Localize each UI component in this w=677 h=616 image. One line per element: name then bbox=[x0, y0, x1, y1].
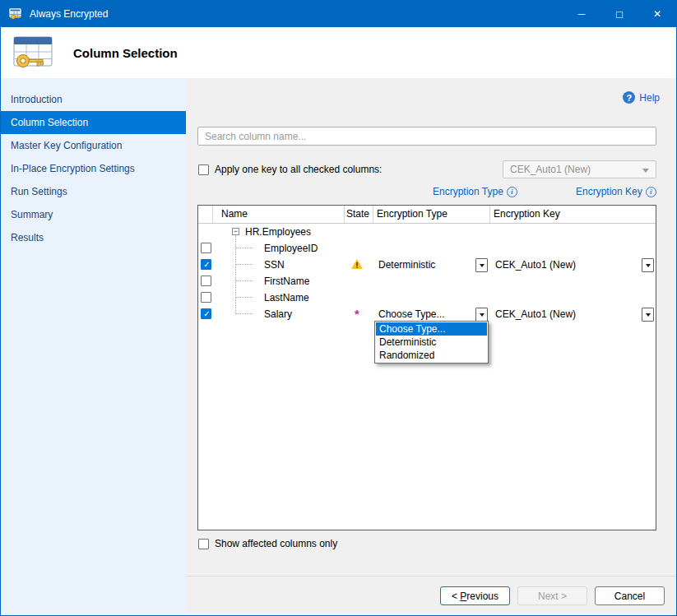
table-row: EmployeeID bbox=[198, 240, 656, 257]
dropdown-item-choose-type[interactable]: Choose Type... bbox=[376, 322, 487, 336]
encryption-type-dropdown-button[interactable] bbox=[475, 308, 488, 322]
column-links: Encryption Type i Encryption Key i bbox=[186, 186, 676, 199]
column-name: LastName bbox=[264, 289, 309, 306]
window-controls: ─ □ ✕ bbox=[563, 1, 676, 27]
sidebar-item-in-place-encryption-settings[interactable]: In-Place Encryption Settings bbox=[1, 157, 186, 180]
encryption-type-dropdown-button[interactable] bbox=[475, 258, 488, 272]
always-encrypted-wizard-window: Always Encrypted ─ □ ✕ Column Selection … bbox=[0, 0, 677, 616]
titlebar: Always Encrypted ─ □ ✕ bbox=[1, 1, 676, 27]
page-title: Column Selection bbox=[73, 46, 178, 60]
encryption-key-dropdown-button[interactable] bbox=[642, 308, 654, 322]
sidebar-item-run-settings[interactable]: Run Settings bbox=[1, 180, 186, 203]
app-icon bbox=[9, 7, 22, 21]
encryption-key-value: CEK_Auto1 (New) bbox=[495, 257, 576, 273]
main-content: ? Help Apply one key to all checked colu… bbox=[186, 78, 676, 615]
header-name: Name bbox=[213, 206, 345, 223]
close-icon[interactable]: ✕ bbox=[638, 1, 676, 27]
nav-list: Introduction Column Selection Master Key… bbox=[1, 78, 186, 249]
info-icon[interactable]: i bbox=[507, 187, 517, 197]
tree-collapse-icon[interactable]: − bbox=[232, 228, 239, 235]
apply-key-value: CEK_Auto1 (New) bbox=[510, 164, 591, 175]
warning-icon bbox=[351, 259, 371, 271]
encryption-key-dropdown-button[interactable] bbox=[642, 258, 654, 272]
encryption-type-link-label: Encryption Type bbox=[433, 186, 503, 197]
maximize-icon[interactable]: □ bbox=[600, 1, 638, 27]
row-checkbox[interactable]: ✓ bbox=[201, 259, 211, 270]
column-name: FirstName bbox=[264, 273, 309, 289]
wizard-nav-sidebar: Introduction Column Selection Master Key… bbox=[1, 78, 186, 615]
column-name: Salary bbox=[264, 306, 292, 322]
row-checkbox[interactable] bbox=[201, 292, 211, 303]
header-encryption-key: Encryption Key bbox=[490, 206, 656, 223]
table-row: ✓ Salary * Choose Type... CEK_Auto1 (New… bbox=[198, 306, 656, 322]
show-affected-checkbox[interactable] bbox=[198, 539, 209, 549]
grid-rows: − HR.Employees EmployeeID ✓ SSN bbox=[198, 224, 656, 530]
sidebar-item-master-key-configuration[interactable]: Master Key Configuration bbox=[1, 134, 186, 157]
help-icon: ? bbox=[623, 91, 635, 104]
previous-button[interactable]: < Previous bbox=[440, 586, 510, 605]
apply-key-combobox[interactable]: CEK_Auto1 (New) bbox=[503, 160, 656, 178]
cancel-button[interactable]: Cancel bbox=[595, 586, 665, 605]
encryption-key-value: CEK_Auto1 (New) bbox=[495, 306, 576, 322]
encryption-key-link-label: Encryption Key bbox=[576, 186, 642, 197]
footer-bar: < Previous Next > Cancel bbox=[186, 576, 676, 615]
row-checkbox[interactable] bbox=[201, 276, 211, 286]
apply-key-checkbox[interactable] bbox=[198, 164, 209, 175]
next-button[interactable]: Next > bbox=[517, 586, 587, 605]
table-key-icon bbox=[11, 33, 55, 72]
header-checkbox-column bbox=[198, 206, 213, 223]
search-input[interactable] bbox=[197, 127, 656, 146]
help-label: Help bbox=[639, 92, 660, 104]
show-affected-row: Show affected columns only bbox=[198, 538, 337, 549]
dropdown-item-deterministic[interactable]: Deterministic bbox=[376, 336, 487, 349]
encryption-type-value: Choose Type... bbox=[378, 306, 445, 322]
dropdown-item-randomized[interactable]: Randomized bbox=[376, 349, 487, 362]
header-state: State bbox=[345, 206, 373, 223]
info-icon[interactable]: i bbox=[646, 187, 656, 197]
chevron-down-icon bbox=[642, 169, 649, 173]
apply-key-label: Apply one key to all checked columns: bbox=[215, 164, 382, 175]
row-checkbox[interactable]: ✓ bbox=[201, 308, 211, 319]
group-name: HR.Employees bbox=[245, 224, 311, 240]
grid-header: Name State Encryption Type Encryption Ke… bbox=[198, 206, 656, 224]
check-icon: ✓ bbox=[202, 308, 212, 319]
wizard-header: Column Selection bbox=[1, 27, 676, 78]
table-row-group: − HR.Employees bbox=[198, 224, 656, 240]
encryption-type-value: Deterministic bbox=[378, 257, 435, 273]
encryption-type-dropdown-list: Choose Type... Deterministic Randomized bbox=[374, 321, 489, 364]
required-marker: * bbox=[355, 307, 359, 322]
check-icon: ✓ bbox=[202, 259, 212, 270]
help-link[interactable]: ? Help bbox=[623, 91, 660, 104]
column-name: EmployeeID bbox=[264, 240, 318, 257]
header-encryption-type: Encryption Type bbox=[373, 206, 490, 223]
show-affected-label: Show affected columns only bbox=[215, 538, 337, 549]
sidebar-item-column-selection[interactable]: Column Selection bbox=[1, 111, 186, 134]
sidebar-item-summary[interactable]: Summary bbox=[1, 203, 186, 226]
window-title: Always Encrypted bbox=[30, 8, 108, 20]
row-checkbox[interactable] bbox=[201, 243, 211, 253]
column-name: SSN bbox=[264, 257, 285, 273]
table-row: ✓ SSN Deterministic CEK_Auto1 (New) bbox=[198, 257, 656, 273]
minimize-icon[interactable]: ─ bbox=[563, 1, 600, 27]
encryption-key-link[interactable]: Encryption Key i bbox=[576, 186, 656, 197]
encryption-type-link[interactable]: Encryption Type i bbox=[433, 186, 517, 197]
sidebar-item-results[interactable]: Results bbox=[1, 226, 186, 249]
table-row: LastName bbox=[198, 289, 656, 306]
sidebar-item-introduction[interactable]: Introduction bbox=[1, 88, 186, 111]
table-row: FirstName bbox=[198, 273, 656, 289]
apply-key-row: Apply one key to all checked columns: CE… bbox=[198, 160, 656, 178]
columns-grid: Name State Encryption Type Encryption Ke… bbox=[197, 205, 656, 530]
